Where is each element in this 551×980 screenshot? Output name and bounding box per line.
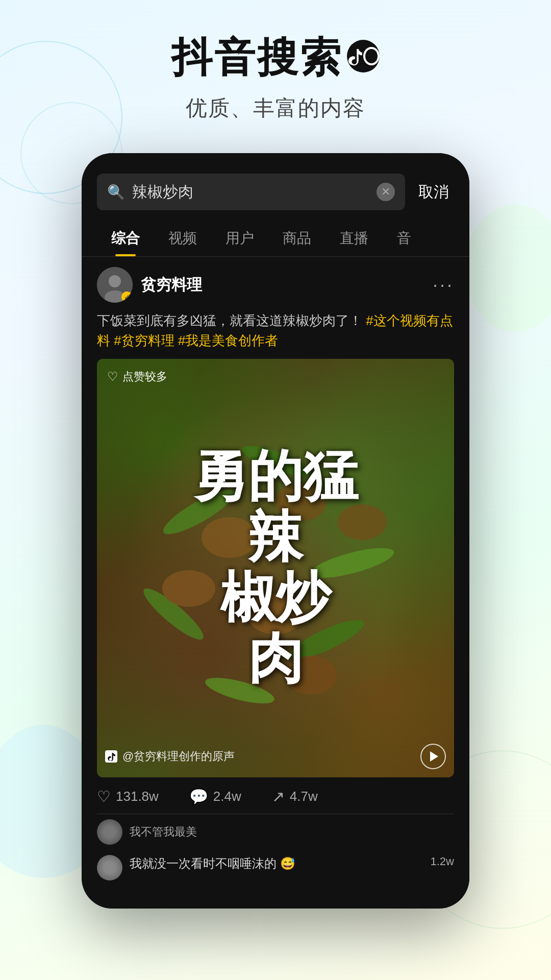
video-source-info: @贫穷料理创作的原声 — [105, 749, 235, 764]
video-text-overlay: 勇的猛辣椒炒肉 — [97, 359, 454, 777]
comment-username-1: 我不管我最美 — [130, 824, 454, 840]
search-icon: 🔍 — [107, 184, 125, 201]
comments-count-text: 2.4w — [213, 789, 241, 804]
app-title: 抖音搜索 — [0, 31, 551, 86]
more-options-button[interactable]: ··· — [433, 274, 454, 296]
comment-row-2: 我就没一次看时不咽唾沫的 😅 1.2w — [97, 850, 454, 886]
comments-count[interactable]: 💬 2.4w — [189, 788, 241, 805]
video-source-text: @贫穷料理创作的原声 — [122, 749, 235, 764]
play-button[interactable] — [420, 744, 446, 769]
tab-商品[interactable]: 商品 — [268, 220, 325, 256]
username-text: 贫穷料理 — [141, 275, 202, 296]
clear-icon: ✕ — [381, 185, 390, 199]
post-user[interactable]: ✓ 贫穷料理 — [97, 267, 202, 303]
video-thumbnail[interactable]: 勇的猛辣椒炒肉 ♡ 点赞较多 @贫 — [97, 359, 454, 777]
comment-content-1: 我不管我最美 — [130, 824, 454, 840]
header-area: 抖音搜索 优质、丰富的内容 — [0, 31, 551, 122]
share-engage-icon: ↗ — [272, 788, 285, 805]
likes-badge: ♡ 点赞较多 — [107, 369, 167, 384]
heart-engage-icon: ♡ — [97, 788, 111, 805]
tab-直播[interactable]: 直播 — [325, 220, 383, 256]
play-triangle-icon — [430, 751, 438, 762]
likes-badge-text: 点赞较多 — [122, 369, 167, 384]
likes-count[interactable]: ♡ 131.8w — [97, 788, 159, 805]
tab-综合-label: 综合 — [111, 230, 140, 246]
phone-screen: 🔍 辣椒炒肉 ✕ 取消 综合 视频 用户 商品 直播 — [82, 153, 469, 909]
cancel-search-button[interactable]: 取消 — [413, 182, 454, 203]
avatar: ✓ — [97, 267, 133, 303]
search-input-box[interactable]: 🔍 辣椒炒肉 ✕ — [97, 174, 405, 210]
shares-count-text: 4.7w — [290, 789, 318, 804]
hashtag-3[interactable]: #我是美食创作者 — [178, 333, 278, 348]
tab-视频[interactable]: 视频 — [154, 220, 211, 256]
phone-frame: 🔍 辣椒炒肉 ✕ 取消 综合 视频 用户 商品 直播 — [82, 153, 469, 909]
content-area: ✓ 贫穷料理 ··· 下饭菜到底有多凶猛，就看这道辣椒炒肉了！ #这个视频有点料… — [82, 257, 469, 886]
heart-icon: ♡ — [107, 370, 118, 384]
verified-badge: ✓ — [121, 291, 133, 303]
calligraphy-display: 勇的猛辣椒炒肉 — [193, 447, 358, 689]
app-subtitle: 优质、丰富的内容 — [0, 94, 551, 122]
comment-text-2: 我就没一次看时不咽唾沫的 😅 — [130, 855, 423, 872]
clear-search-button[interactable]: ✕ — [377, 183, 395, 201]
tab-用户[interactable]: 用户 — [211, 220, 268, 256]
search-bar-row: 🔍 辣椒炒肉 ✕ 取消 — [82, 153, 469, 220]
tab-音[interactable]: 音 — [383, 220, 425, 256]
tabs-row: 综合 视频 用户 商品 直播 音 — [82, 220, 469, 257]
tab-音-label: 音 — [397, 230, 411, 246]
tab-综合[interactable]: 综合 — [97, 220, 154, 256]
bg-blob-right — [464, 204, 551, 332]
search-query-text: 辣椒炒肉 — [132, 182, 369, 203]
svg-point-1 — [109, 275, 121, 287]
video-bottom-bar: @贫穷料理创作的原声 — [105, 744, 446, 769]
app-title-text: 抖音搜索 — [171, 31, 343, 86]
engagement-row: ♡ 131.8w 💬 2.4w ↗ 4.7w — [97, 777, 454, 814]
tab-视频-label: 视频 — [168, 230, 197, 246]
comment-likes-2: 1.2w — [431, 855, 454, 868]
comment-engage-icon: 💬 — [189, 788, 208, 805]
tab-用户-label: 用户 — [226, 230, 254, 246]
tab-直播-label: 直播 — [340, 230, 368, 246]
post-body-text: 下饭菜到底有多凶猛，就看这道辣椒炒肉了！ — [97, 313, 362, 328]
comment-row-1: 我不管我最美 — [97, 814, 454, 850]
comment-emoji-2: 😅 — [280, 856, 295, 870]
post-header: ✓ 贫穷料理 ··· — [97, 267, 454, 303]
post-text: 下饭菜到底有多凶猛，就看这道辣椒炒肉了！ #这个视频有点料 #贫穷料理 #我是美… — [97, 311, 454, 351]
tab-商品-label: 商品 — [283, 230, 311, 246]
likes-count-text: 131.8w — [116, 789, 159, 804]
comment-avatar-2 — [97, 855, 122, 880]
shares-count[interactable]: ↗ 4.7w — [272, 788, 318, 805]
comment-avatar-1 — [97, 819, 122, 845]
tiktok-mini-icon — [105, 750, 117, 763]
comment-body-2: 我就没一次看时不咽唾沫的 — [130, 856, 277, 870]
hashtag-2[interactable]: #贫穷料理 — [114, 333, 174, 348]
tiktok-logo-icon — [347, 40, 380, 72]
